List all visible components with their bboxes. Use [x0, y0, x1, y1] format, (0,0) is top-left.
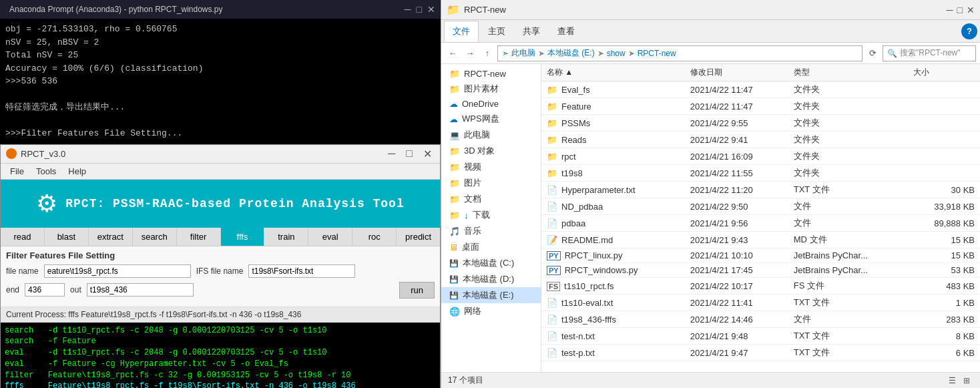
col-header-date[interactable]: 修改日期	[685, 64, 788, 81]
cell-size: 30 KB	[908, 182, 980, 198]
sidebar-item-onedrive[interactable]: ☁ OneDrive	[441, 97, 541, 111]
file-icon: 📄	[547, 348, 557, 358]
cell-name: 📝README.md	[541, 232, 685, 248]
cell-date: 2021/4/21 9:56	[685, 215, 788, 232]
sidebar-item-drive-e[interactable]: 💾 本地磁盘 (E:)	[441, 287, 541, 303]
table-row[interactable]: 📁rpct 2021/4/21 16:09 文件夹	[541, 148, 980, 165]
col-header-size[interactable]: 大小	[908, 64, 980, 81]
view-grid-button[interactable]: ⊞	[960, 374, 973, 387]
toolbar-blast[interactable]: blast	[45, 228, 89, 246]
table-row[interactable]: 📁Feature 2021/4/22 11:47 文件夹	[541, 98, 980, 115]
table-row[interactable]: PYRPCT_linux.py 2021/4/21 10:10 JetBrain…	[541, 248, 980, 263]
table-row[interactable]: 📄test-p.txt 2021/4/21 9:47 TXT 文件 6 KB	[541, 345, 980, 361]
end-input[interactable]	[25, 283, 65, 297]
terminal-minimize-button[interactable]: ─	[405, 4, 411, 15]
col-header-name[interactable]: 名称 ▲	[541, 64, 685, 81]
drive-icon: 💾	[449, 291, 459, 300]
sidebar-item-downloads[interactable]: 📁 ↓ 下载	[441, 207, 541, 223]
ifs-file-input[interactable]	[248, 264, 355, 278]
sidebar-item-drive-d[interactable]: 💾 本地磁盘 (D:)	[441, 271, 541, 287]
table-row[interactable]: 📁t19s8 2021/4/22 11:55 文件夹	[541, 165, 980, 182]
toolbar-extract[interactable]: extract	[89, 228, 133, 246]
terminal-close-button[interactable]: ✕	[427, 4, 435, 15]
rpct-banner-text: RPCT: PSSM-RAAC-based Protein Analysis T…	[65, 197, 404, 210]
view-details-button[interactable]: ☰	[945, 374, 959, 387]
help-button[interactable]: ?	[961, 23, 977, 39]
explorer-close-button[interactable]: ✕	[967, 5, 975, 15]
explorer-minimize-button[interactable]: ─	[947, 5, 953, 15]
table-row[interactable]: 📄Hyperparameter.txt 2021/4/22 11:20 TXT …	[541, 182, 980, 198]
ribbon-tab-home[interactable]: 主页	[480, 21, 513, 41]
toolbar-search[interactable]: search	[133, 228, 177, 246]
sidebar-item-this-pc[interactable]: 💻 此电脑	[441, 127, 541, 143]
table-row[interactable]: 📝README.md 2021/4/21 9:43 MD 文件 15 KB	[541, 232, 980, 248]
toolbar-fffs[interactable]: fffs	[221, 228, 265, 246]
refresh-button[interactable]: ⟳	[865, 46, 880, 61]
rpct-form-row-1: file name IFS file name	[6, 264, 435, 278]
sidebar-label: 文档	[464, 193, 481, 205]
toolbar-roc[interactable]: roc	[352, 228, 397, 246]
file-name-input[interactable]	[44, 264, 191, 278]
address-bar[interactable]: ➣ 此电脑 ➤ 本地磁盘 (E:) ➤ show ➤ RPCT-new	[497, 45, 863, 61]
terminal-maximize-button[interactable]: □	[417, 4, 422, 15]
addr-pc: 此电脑	[511, 47, 535, 59]
sidebar-item-drive-c[interactable]: 💾 本地磁盘 (C:)	[441, 255, 541, 271]
sidebar-item-wps[interactable]: ☁ WPS网盘	[441, 111, 541, 127]
sidebar-label: 图片	[464, 177, 481, 189]
out-input[interactable]	[87, 283, 194, 297]
sidebar-item-docs[interactable]: 📁 文档	[441, 191, 541, 207]
ribbon-tab-file[interactable]: 文件	[444, 21, 479, 42]
sidebar-item-video[interactable]: 📁 视频	[441, 159, 541, 175]
table-row[interactable]: 📁Eval_fs 2021/4/22 11:47 文件夹	[541, 81, 980, 98]
sidebar-item-music[interactable]: 🎵 音乐	[441, 223, 541, 239]
cell-size: 53 KB	[908, 263, 980, 278]
cloud-icon: ☁	[449, 99, 458, 109]
table-row[interactable]: 📄test-n.txt 2021/4/21 9:48 TXT 文件 8 KB	[541, 328, 980, 345]
nav-back-button[interactable]: ←	[445, 46, 460, 61]
sidebar-item-rpct-new[interactable]: 📁 RPCT-new	[441, 67, 541, 81]
nav-up-button[interactable]: ↑	[480, 46, 495, 61]
menu-tools[interactable]: Tools	[31, 165, 61, 178]
file-name-label: file name	[6, 266, 39, 276]
cell-type: FS 文件	[788, 278, 908, 295]
run-button[interactable]: run	[399, 282, 435, 299]
toolbar-read[interactable]: read	[1, 228, 45, 246]
sidebar-item-photos[interactable]: 📁 图片	[441, 175, 541, 191]
rpct-title: RPCT_v3.0	[21, 149, 385, 159]
sidebar-item-desktop[interactable]: 🖥 桌面	[441, 239, 541, 255]
table-row[interactable]: 📁Reads 2021/4/22 9:41 文件夹	[541, 132, 980, 148]
file-icon: 📁	[547, 168, 557, 178]
menu-help[interactable]: Help	[63, 165, 91, 178]
table-row[interactable]: 📄pdbaa 2021/4/21 9:56 文件 89,888 KB	[541, 215, 980, 232]
file-icon: 📁	[547, 102, 557, 112]
rpct-maximize-button[interactable]: □	[403, 148, 415, 160]
log-line-2: search -f Feature	[5, 336, 436, 347]
table-row[interactable]: 📄t1s10-eval.txt 2021/4/22 11:41 TXT 文件 1…	[541, 295, 980, 311]
menu-file[interactable]: File	[5, 165, 29, 178]
ribbon-tab-view[interactable]: 查看	[549, 21, 583, 41]
ribbon-tab-share[interactable]: 共享	[515, 21, 548, 41]
rpct-minimize-button[interactable]: ─	[385, 148, 398, 160]
col-header-type[interactable]: 类型	[788, 64, 908, 81]
table-row[interactable]: FSt1s10_rpct.fs 2021/4/22 10:17 FS 文件 48…	[541, 278, 980, 295]
sidebar-item-3d[interactable]: 📁 3D 对象	[441, 143, 541, 159]
toolbar-filter[interactable]: filter	[177, 228, 221, 246]
toolbar-eval[interactable]: eval	[308, 228, 352, 246]
toolbar-predict[interactable]: predict	[397, 228, 440, 246]
explorer-addressbar: ← → ↑ ➣ 此电脑 ➤ 本地磁盘 (E:) ➤ show ➤ RPCT-ne…	[441, 43, 980, 64]
file-icon: 📄	[547, 185, 557, 195]
network-icon: 🌐	[449, 307, 460, 317]
table-row[interactable]: 📄t19s8_436-fffs 2021/4/22 14:46 文件 283 K…	[541, 311, 980, 328]
table-row[interactable]: PYRPCT_windows.py 2021/4/21 17:45 JetBra…	[541, 263, 980, 278]
sidebar-item-network[interactable]: 🌐 网络	[441, 303, 541, 319]
cell-type: JetBrains PyChar...	[788, 263, 908, 278]
table-row[interactable]: 📄ND_pdbaa 2021/4/22 9:50 文件 33,918 KB	[541, 198, 980, 215]
sidebar-item-pictures[interactable]: 📁 图片素材	[441, 81, 541, 97]
rpct-close-button[interactable]: ✕	[421, 148, 435, 160]
search-box[interactable]: 🔍 搜索"RPCT-new"	[883, 45, 976, 61]
table-row[interactable]: 📁PSSMs 2021/4/22 9:55 文件夹	[541, 115, 980, 132]
nav-forward-button[interactable]: →	[463, 46, 477, 61]
sidebar-label: 此电脑	[464, 129, 490, 141]
toolbar-train[interactable]: train	[264, 228, 308, 246]
explorer-maximize-button[interactable]: □	[957, 5, 963, 15]
